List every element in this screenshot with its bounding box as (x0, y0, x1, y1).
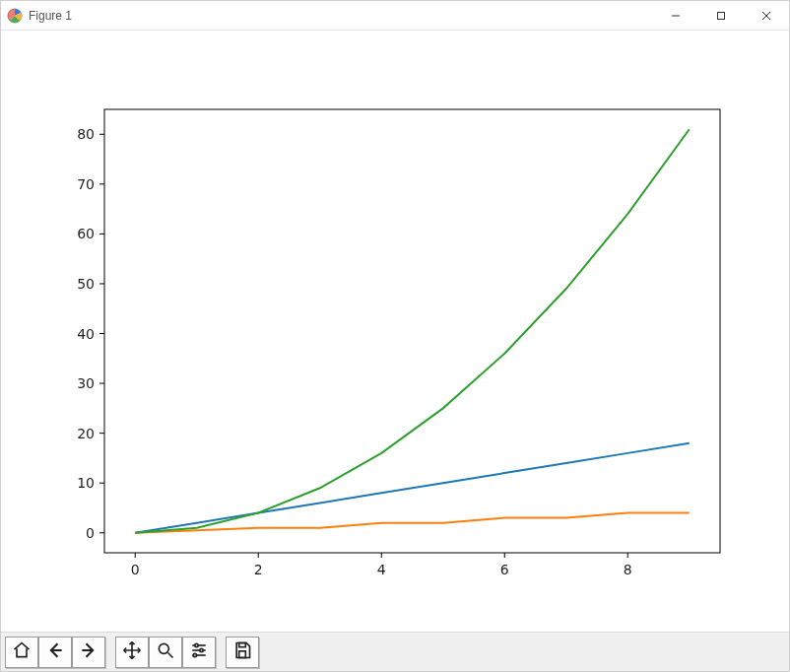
svg-rect-2 (718, 13, 725, 20)
save-icon (232, 640, 252, 663)
sliders-icon (189, 640, 209, 663)
svg-text:80: 80 (77, 126, 95, 142)
svg-point-39 (195, 643, 198, 646)
series-line (135, 129, 690, 533)
series-line (135, 443, 690, 533)
home-icon (12, 640, 32, 663)
save-button[interactable] (226, 637, 259, 668)
window-title: Figure 1 (29, 9, 72, 23)
svg-text:60: 60 (77, 227, 95, 242)
svg-text:0: 0 (131, 562, 140, 577)
configure-subplots-button[interactable] (182, 637, 216, 668)
svg-line-37 (168, 653, 173, 658)
maximize-button[interactable] (698, 1, 744, 31)
svg-rect-45 (239, 651, 246, 658)
arrow-right-icon (79, 640, 99, 663)
navigation-toolbar (1, 632, 789, 671)
svg-rect-44 (239, 643, 246, 647)
chart-canvas: 0246801020304050607080 (1, 31, 789, 632)
svg-text:4: 4 (377, 562, 386, 577)
svg-rect-5 (104, 109, 720, 553)
plot-area[interactable]: 0246801020304050607080 (1, 31, 789, 632)
magnifier-icon (156, 640, 175, 663)
svg-text:20: 20 (77, 426, 95, 441)
arrow-left-icon (45, 640, 65, 663)
svg-text:8: 8 (624, 562, 632, 577)
close-button[interactable] (744, 1, 789, 31)
window-controls (653, 1, 789, 31)
minimize-button[interactable] (653, 1, 698, 31)
svg-text:6: 6 (500, 562, 509, 577)
title-bar: Figure 1 (1, 1, 789, 31)
move-icon (122, 640, 142, 663)
matplotlib-icon (7, 8, 23, 24)
svg-text:40: 40 (77, 326, 95, 342)
svg-point-41 (200, 648, 203, 651)
home-button[interactable] (5, 637, 38, 668)
svg-text:30: 30 (77, 375, 95, 391)
svg-point-36 (159, 643, 168, 653)
forward-button[interactable] (72, 637, 105, 668)
app-window: Figure 1 0246801020304050607080 (0, 0, 790, 672)
svg-text:70: 70 (77, 176, 95, 192)
svg-text:0: 0 (86, 525, 95, 541)
svg-text:10: 10 (77, 475, 95, 491)
back-button[interactable] (38, 637, 72, 668)
pan-button[interactable] (115, 637, 149, 668)
svg-point-43 (193, 653, 196, 656)
svg-text:2: 2 (254, 562, 263, 577)
svg-text:50: 50 (77, 276, 95, 292)
zoom-button[interactable] (149, 637, 182, 668)
